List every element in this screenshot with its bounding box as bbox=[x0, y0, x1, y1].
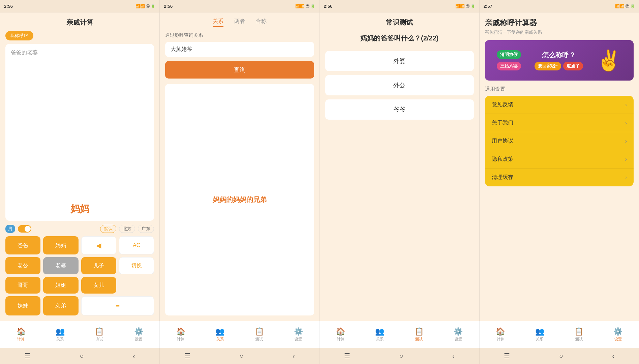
my-label-button[interactable]: 我称呼TA bbox=[5, 31, 33, 40]
nav2-settings[interactable]: ⚙️ 设置 bbox=[291, 326, 306, 343]
icons-1: 📶📶 ⓦ 🔋 bbox=[135, 4, 155, 9]
settings-about[interactable]: 关于我们 › bbox=[485, 114, 634, 132]
nav2-relation[interactable]: 👥 关系 bbox=[213, 326, 227, 343]
btn-erzi[interactable]: 儿子 bbox=[81, 257, 116, 274]
nav2-calculator[interactable]: 🏠 计算 bbox=[174, 326, 188, 343]
nav3-set-label: 设置 bbox=[455, 337, 462, 342]
quiz-option-1[interactable]: 外婆 bbox=[325, 51, 474, 71]
settings-agreement[interactable]: 用户协议 › bbox=[485, 132, 634, 150]
btn-baba[interactable]: 爸爸 bbox=[5, 236, 40, 254]
about-arrow-icon: › bbox=[625, 120, 627, 126]
sys-nav-3: ☰ ○ ‹ bbox=[320, 348, 480, 364]
menu-btn-3[interactable]: ☰ bbox=[344, 352, 350, 360]
promo-hand-icon: ✌️ bbox=[596, 49, 621, 72]
gender-toggle[interactable]: 男 bbox=[5, 225, 31, 233]
back-btn-4[interactable]: ‹ bbox=[612, 352, 615, 360]
nav4-calc-label: 计算 bbox=[497, 337, 504, 342]
tab-relation[interactable]: 关系 bbox=[213, 18, 223, 27]
relation-display: 爸爸的老婆 妈妈 bbox=[5, 44, 154, 221]
promo-banner[interactable]: 清明放假 三姑六婆 怎么称呼？ 要回家啦~ 尴尬了 ✌️ bbox=[485, 40, 634, 81]
nav4-calculator[interactable]: 🏠 计算 bbox=[493, 326, 508, 343]
time-3: 2:56 bbox=[324, 4, 333, 9]
nav2-calc-label: 计算 bbox=[177, 337, 184, 342]
tab-combined[interactable]: 合称 bbox=[256, 18, 267, 27]
dialect-guangdong[interactable]: 广东 bbox=[138, 225, 154, 233]
nav4-relation[interactable]: 👥 关系 bbox=[532, 326, 547, 343]
nav3-test-label: 测试 bbox=[415, 337, 423, 342]
settings-feedback[interactable]: 意见反馈 › bbox=[485, 96, 634, 114]
menu-btn-2[interactable]: ☰ bbox=[184, 352, 190, 360]
nav1-set-label: 设置 bbox=[135, 337, 142, 342]
home-btn-4[interactable]: ○ bbox=[559, 352, 563, 360]
nav1-relation[interactable]: 👥 关系 bbox=[53, 326, 67, 343]
nav1-calc-label: 计算 bbox=[17, 337, 25, 342]
nav3-relation[interactable]: 👥 关系 bbox=[372, 326, 387, 343]
quiz-question: 妈妈的爸爸叫什么？(2/22) bbox=[325, 34, 474, 43]
sys-nav-4: ☰ ○ ‹ bbox=[480, 348, 639, 364]
btn-gege[interactable]: 哥哥 bbox=[5, 277, 40, 294]
btn-laopo[interactable]: 老婆 bbox=[43, 257, 78, 274]
back-btn-1[interactable]: ‹ bbox=[133, 352, 135, 360]
btn-jiejie[interactable]: 姐姐 bbox=[43, 277, 78, 294]
settings-privacy[interactable]: 隐私政策 › bbox=[485, 150, 634, 169]
query-button[interactable]: 查询 bbox=[165, 61, 314, 79]
settings-agreement-label: 用户协议 bbox=[492, 138, 513, 145]
gender-switch[interactable] bbox=[18, 225, 31, 233]
nav1-settings[interactable]: ⚙️ 设置 bbox=[131, 326, 146, 343]
dialect-north[interactable]: 北方 bbox=[119, 225, 135, 233]
gender-row: 男 默认 北方 广东 bbox=[5, 225, 154, 233]
btn-switch[interactable]: 切换 bbox=[119, 257, 154, 274]
status-segment-4: 2:57 📶📶 ⓦ 🔋 bbox=[480, 0, 639, 12]
nav4-settings[interactable]: ⚙️ 设置 bbox=[611, 326, 625, 343]
btn-laogong[interactable]: 老公 bbox=[5, 257, 40, 274]
btn-ac[interactable]: AC bbox=[119, 236, 154, 254]
btn-meimei[interactable]: 妹妹 bbox=[5, 296, 40, 315]
btn-didi[interactable]: 弟弟 bbox=[43, 296, 78, 315]
home-icon-2: 🏠 bbox=[176, 327, 185, 336]
dialect-default[interactable]: 默认 bbox=[100, 225, 116, 233]
nav3-calculator[interactable]: 🏠 计算 bbox=[333, 326, 348, 343]
nav1-test[interactable]: 📋 测试 bbox=[92, 326, 106, 343]
nav2-test[interactable]: 📋 测试 bbox=[252, 326, 267, 343]
quiz-option-3[interactable]: 爷爷 bbox=[325, 99, 474, 120]
gear-icon-3: ⚙️ bbox=[454, 327, 463, 336]
search-input-box[interactable]: 大舅姥爷 bbox=[165, 42, 314, 57]
btn-backspace[interactable]: ◀ bbox=[81, 236, 116, 254]
btn-nver[interactable]: 女儿 bbox=[81, 277, 116, 294]
nav3-test[interactable]: 📋 测试 bbox=[412, 326, 426, 343]
nav1-calculator[interactable]: 🏠 计算 bbox=[14, 326, 28, 343]
tab-two[interactable]: 两者 bbox=[234, 18, 245, 27]
gender-label: 男 bbox=[5, 225, 15, 233]
home-btn-1[interactable]: ○ bbox=[80, 352, 84, 360]
settings-about-label: 关于我们 bbox=[492, 119, 513, 126]
quiz-option-2[interactable]: 外公 bbox=[325, 75, 474, 95]
back-btn-2[interactable]: ‹ bbox=[293, 352, 295, 360]
menu-btn-1[interactable]: ☰ bbox=[25, 352, 31, 360]
privacy-arrow-icon: › bbox=[625, 156, 627, 162]
nav4-test[interactable]: 📋 测试 bbox=[572, 326, 586, 343]
tab-bar: 关系 两者 合称 bbox=[165, 18, 314, 27]
home-icon-3: 🏠 bbox=[336, 327, 345, 336]
nav3-settings[interactable]: ⚙️ 设置 bbox=[451, 326, 465, 343]
settings-cache[interactable]: 清理缓存 › bbox=[485, 169, 634, 186]
dialect-options: 默认 北方 广东 bbox=[100, 225, 154, 233]
time-2: 2:56 bbox=[164, 4, 173, 9]
btn-equals[interactable]: ＝ bbox=[81, 296, 154, 315]
gear-icon-2: ⚙️ bbox=[294, 327, 303, 336]
home-btn-3[interactable]: ○ bbox=[399, 352, 403, 360]
back-btn-3[interactable]: ‹ bbox=[452, 352, 455, 360]
people-icon-2: 👥 bbox=[215, 327, 224, 336]
panel-relation: 关系 两者 合称 通过称呼查询关系 大舅姥爷 查询 妈妈的妈妈的兄弟 bbox=[160, 12, 320, 321]
nav4-test-label: 测试 bbox=[575, 337, 583, 342]
menu-btn-4[interactable]: ☰ bbox=[504, 352, 510, 360]
list-icon-3: 📋 bbox=[415, 327, 424, 336]
people-icon-4: 👥 bbox=[535, 327, 544, 336]
status-segment-3: 2:56 📶📶 ⓦ 🔋 bbox=[320, 0, 480, 12]
promo-center: 怎么称呼？ 要回家啦~ 尴尬了 bbox=[535, 51, 583, 70]
app-title: 亲戚称呼计算器 bbox=[485, 18, 634, 28]
quiz-title: 常识测试 bbox=[325, 18, 474, 27]
promo-tag-3: 要回家啦~ bbox=[535, 62, 561, 70]
home-btn-2[interactable]: ○ bbox=[239, 352, 243, 360]
list-icon-2: 📋 bbox=[255, 327, 264, 336]
btn-mama[interactable]: 妈妈 bbox=[43, 236, 78, 254]
